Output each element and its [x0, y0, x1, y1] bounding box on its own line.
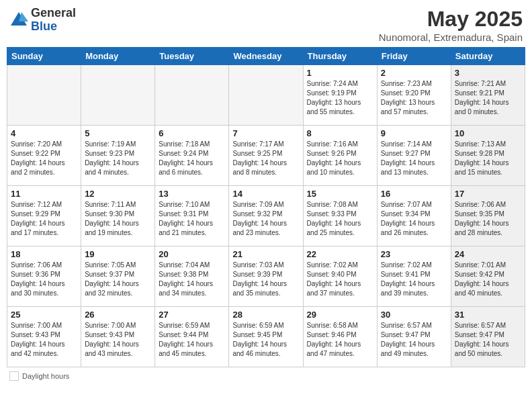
calendar-header-row: SundayMondayTuesdayWednesdayThursdayFrid…	[7, 48, 525, 65]
day-number: 16	[381, 189, 447, 199]
daylight-label: Daylight hours	[22, 372, 69, 380]
calendar-week-row: 18Sunrise: 7:06 AM Sunset: 9:36 PM Dayli…	[7, 246, 525, 307]
day-number: 20	[159, 249, 225, 259]
day-info: Sunrise: 7:13 AM Sunset: 9:28 PM Dayligh…	[455, 140, 521, 177]
calendar-cell: 17Sunrise: 7:06 AM Sunset: 9:35 PM Dayli…	[451, 186, 525, 246]
calendar-week-row: 4Sunrise: 7:20 AM Sunset: 9:22 PM Daylig…	[7, 126, 525, 186]
calendar-week-row: 25Sunrise: 7:00 AM Sunset: 9:43 PM Dayli…	[7, 307, 525, 367]
day-number: 12	[85, 189, 151, 199]
legend-box	[9, 371, 19, 381]
day-info: Sunrise: 7:24 AM Sunset: 9:19 PM Dayligh…	[307, 79, 373, 117]
day-number: 14	[232, 189, 299, 199]
day-number: 18	[11, 249, 77, 259]
calendar-cell: 29Sunrise: 6:58 AM Sunset: 9:46 PM Dayli…	[303, 307, 377, 367]
day-info: Sunrise: 7:02 AM Sunset: 9:40 PM Dayligh…	[307, 261, 373, 298]
calendar-cell: 12Sunrise: 7:11 AM Sunset: 9:30 PM Dayli…	[81, 186, 155, 246]
day-number: 28	[232, 310, 299, 320]
day-number: 9	[381, 128, 447, 138]
day-info: Sunrise: 7:08 AM Sunset: 9:33 PM Dayligh…	[307, 200, 373, 238]
day-info: Sunrise: 7:09 AM Sunset: 9:32 PM Dayligh…	[232, 200, 299, 238]
calendar-cell: 23Sunrise: 7:02 AM Sunset: 9:41 PM Dayli…	[377, 246, 451, 307]
calendar-cell: 18Sunrise: 7:06 AM Sunset: 9:36 PM Dayli…	[7, 246, 81, 307]
calendar-cell: 30Sunrise: 6:57 AM Sunset: 9:47 PM Dayli…	[377, 307, 451, 367]
calendar-cell	[81, 65, 155, 126]
day-info: Sunrise: 7:17 AM Sunset: 9:25 PM Dayligh…	[232, 140, 299, 177]
calendar-cell: 24Sunrise: 7:01 AM Sunset: 9:42 PM Dayli…	[451, 246, 525, 307]
day-info: Sunrise: 7:11 AM Sunset: 9:30 PM Dayligh…	[85, 200, 151, 238]
day-info: Sunrise: 7:04 AM Sunset: 9:38 PM Dayligh…	[159, 261, 225, 298]
day-number: 31	[455, 310, 521, 320]
day-info: Sunrise: 7:00 AM Sunset: 9:43 PM Dayligh…	[11, 321, 77, 359]
month-title: May 2025	[379, 7, 523, 32]
svg-marker-1	[19, 12, 28, 21]
day-info: Sunrise: 7:20 AM Sunset: 9:22 PM Dayligh…	[11, 140, 77, 177]
day-number: 17	[455, 189, 521, 199]
day-number: 29	[307, 310, 373, 320]
day-number: 25	[11, 310, 77, 320]
calendar-cell: 11Sunrise: 7:12 AM Sunset: 9:29 PM Dayli…	[7, 186, 81, 246]
logo-blue: Blue	[31, 20, 76, 34]
calendar-cell: 10Sunrise: 7:13 AM Sunset: 9:28 PM Dayli…	[451, 126, 525, 186]
calendar-cell	[155, 65, 229, 126]
day-info: Sunrise: 7:07 AM Sunset: 9:34 PM Dayligh…	[381, 200, 447, 238]
day-info: Sunrise: 7:14 AM Sunset: 9:27 PM Dayligh…	[381, 140, 447, 177]
day-info: Sunrise: 7:21 AM Sunset: 9:21 PM Dayligh…	[455, 79, 521, 117]
calendar-week-row: 1Sunrise: 7:24 AM Sunset: 9:19 PM Daylig…	[7, 65, 525, 126]
calendar-cell: 19Sunrise: 7:05 AM Sunset: 9:37 PM Dayli…	[81, 246, 155, 307]
day-number: 21	[232, 249, 299, 259]
calendar-table: SundayMondayTuesdayWednesdayThursdayFrid…	[7, 47, 525, 367]
day-info: Sunrise: 6:59 AM Sunset: 9:45 PM Dayligh…	[232, 321, 299, 359]
calendar-cell: 13Sunrise: 7:10 AM Sunset: 9:31 PM Dayli…	[155, 186, 229, 246]
calendar-cell: 21Sunrise: 7:03 AM Sunset: 9:39 PM Dayli…	[229, 246, 303, 307]
col-header-monday: Monday	[81, 48, 155, 65]
col-header-thursday: Thursday	[303, 48, 377, 65]
logo: General Blue	[9, 7, 76, 34]
col-header-friday: Friday	[377, 48, 451, 65]
day-info: Sunrise: 6:59 AM Sunset: 9:44 PM Dayligh…	[159, 321, 225, 359]
calendar-cell: 15Sunrise: 7:08 AM Sunset: 9:33 PM Dayli…	[303, 186, 377, 246]
footer: Daylight hours	[7, 371, 525, 381]
day-number: 2	[381, 68, 447, 78]
col-header-tuesday: Tuesday	[155, 48, 229, 65]
calendar-cell: 1Sunrise: 7:24 AM Sunset: 9:19 PM Daylig…	[303, 65, 377, 126]
calendar-cell: 16Sunrise: 7:07 AM Sunset: 9:34 PM Dayli…	[377, 186, 451, 246]
calendar-week-row: 11Sunrise: 7:12 AM Sunset: 9:29 PM Dayli…	[7, 186, 525, 246]
day-number: 26	[85, 310, 151, 320]
day-number: 27	[159, 310, 225, 320]
day-number: 7	[232, 128, 299, 138]
calendar-cell: 4Sunrise: 7:20 AM Sunset: 9:22 PM Daylig…	[7, 126, 81, 186]
day-number: 6	[159, 128, 225, 138]
col-header-sunday: Sunday	[7, 48, 81, 65]
day-number: 30	[381, 310, 447, 320]
day-number: 1	[307, 68, 373, 78]
calendar-cell: 9Sunrise: 7:14 AM Sunset: 9:27 PM Daylig…	[377, 126, 451, 186]
day-number: 19	[85, 249, 151, 259]
calendar-cell: 25Sunrise: 7:00 AM Sunset: 9:43 PM Dayli…	[7, 307, 81, 367]
day-info: Sunrise: 7:03 AM Sunset: 9:39 PM Dayligh…	[232, 261, 299, 298]
calendar-cell	[7, 65, 81, 126]
day-info: Sunrise: 7:02 AM Sunset: 9:41 PM Dayligh…	[381, 261, 447, 298]
day-info: Sunrise: 7:01 AM Sunset: 9:42 PM Dayligh…	[455, 261, 521, 298]
day-number: 15	[307, 189, 373, 199]
logo-icon	[9, 11, 28, 30]
day-info: Sunrise: 7:10 AM Sunset: 9:31 PM Dayligh…	[159, 200, 225, 238]
calendar-cell: 6Sunrise: 7:18 AM Sunset: 9:24 PM Daylig…	[155, 126, 229, 186]
calendar-cell: 8Sunrise: 7:16 AM Sunset: 9:26 PM Daylig…	[303, 126, 377, 186]
location-title: Nunomoral, Extremadura, Spain	[379, 32, 523, 43]
day-number: 13	[159, 189, 225, 199]
page-header: General Blue May 2025 Nunomoral, Extrema…	[7, 7, 525, 43]
calendar-cell: 26Sunrise: 7:00 AM Sunset: 9:43 PM Dayli…	[81, 307, 155, 367]
day-number: 3	[455, 68, 521, 78]
day-number: 11	[11, 189, 77, 199]
day-info: Sunrise: 7:00 AM Sunset: 9:43 PM Dayligh…	[85, 321, 151, 359]
calendar-cell: 31Sunrise: 6:57 AM Sunset: 9:47 PM Dayli…	[451, 307, 525, 367]
calendar-cell: 14Sunrise: 7:09 AM Sunset: 9:32 PM Dayli…	[229, 186, 303, 246]
day-info: Sunrise: 7:19 AM Sunset: 9:23 PM Dayligh…	[85, 140, 151, 177]
calendar-cell: 7Sunrise: 7:17 AM Sunset: 9:25 PM Daylig…	[229, 126, 303, 186]
day-info: Sunrise: 6:57 AM Sunset: 9:47 PM Dayligh…	[455, 321, 521, 359]
col-header-saturday: Saturday	[451, 48, 525, 65]
logo-general: General	[31, 7, 76, 20]
calendar-cell: 3Sunrise: 7:21 AM Sunset: 9:21 PM Daylig…	[451, 65, 525, 126]
calendar-cell: 28Sunrise: 6:59 AM Sunset: 9:45 PM Dayli…	[229, 307, 303, 367]
calendar-cell: 20Sunrise: 7:04 AM Sunset: 9:38 PM Dayli…	[155, 246, 229, 307]
